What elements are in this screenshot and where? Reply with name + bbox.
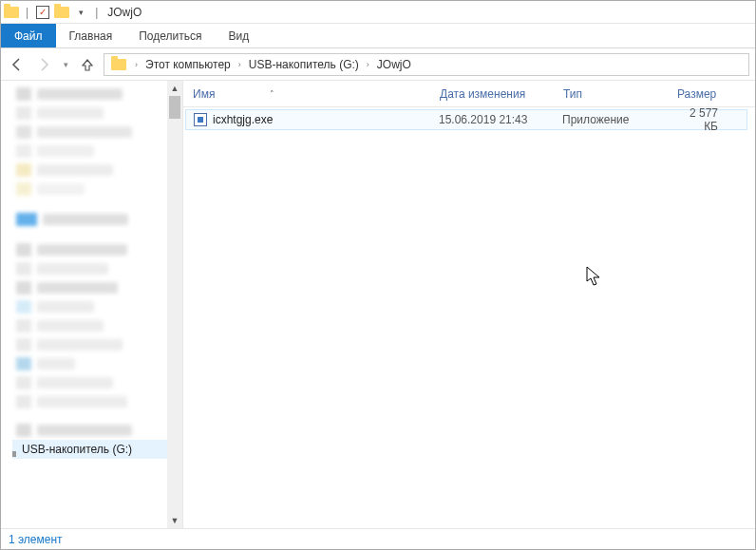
tab-share[interactable]: Поделиться <box>125 24 215 47</box>
file-date: 15.06.2019 21:43 <box>431 113 555 126</box>
address-bar[interactable]: › Этот компьютер › USB-накопитель (G:) ›… <box>104 53 749 76</box>
sidebar-item[interactable] <box>12 259 182 278</box>
sidebar-item[interactable] <box>12 354 182 373</box>
sidebar-item[interactable] <box>12 210 182 229</box>
exe-icon <box>194 113 207 126</box>
main-split: ▲ ▼ <box>1 81 755 528</box>
file-size: 2 577 КБ <box>669 107 747 133</box>
sidebar-item[interactable] <box>12 421 182 440</box>
title-separator-2: | <box>91 6 102 19</box>
folder-icon-2 <box>53 4 70 21</box>
sidebar-item[interactable] <box>12 123 182 142</box>
breadcrumb-folder[interactable]: JOwjO <box>373 58 415 71</box>
dropdown-icon[interactable]: ▾ <box>72 4 89 21</box>
sidebar-item[interactable] <box>12 240 182 259</box>
column-type[interactable]: Тип <box>554 87 668 101</box>
sidebar-item[interactable] <box>12 278 182 297</box>
title-separator: | <box>22 6 32 19</box>
sidebar-item[interactable] <box>12 316 182 335</box>
sidebar-item[interactable] <box>12 142 182 161</box>
chevron-right-icon[interactable]: › <box>131 60 142 69</box>
navigation-pane: ▲ ▼ <box>1 81 183 528</box>
chevron-right-icon[interactable]: › <box>235 60 245 69</box>
sidebar-item[interactable] <box>12 104 182 123</box>
file-name: icxhtgjg.exe <box>213 113 273 126</box>
window-title: JOwjO <box>104 6 142 19</box>
breadcrumb-drive[interactable]: USB-накопитель (G:) <box>245 58 363 71</box>
sidebar-scrollbar[interactable]: ▲ ▼ <box>167 81 182 528</box>
file-type: Приложение <box>555 113 669 126</box>
tab-view[interactable]: Вид <box>215 24 262 47</box>
column-size[interactable]: Размер <box>668 87 755 101</box>
sidebar-item[interactable] <box>12 335 182 354</box>
column-headers: Имя ˄ Дата изменения Тип Размер <box>183 81 755 107</box>
sidebar-item[interactable] <box>12 392 182 411</box>
address-folder-icon <box>110 56 127 73</box>
navigation-bar: ▾ › Этот компьютер › USB-накопитель (G:)… <box>1 48 755 81</box>
file-row[interactable]: icxhtgjg.exe 15.06.2019 21:43 Приложение… <box>185 109 747 130</box>
scroll-up-icon[interactable]: ▲ <box>167 81 182 96</box>
scroll-down-icon[interactable]: ▼ <box>167 513 182 528</box>
column-name[interactable]: Имя ˄ <box>183 87 430 101</box>
scrollbar-thumb[interactable] <box>169 96 180 119</box>
chevron-right-icon[interactable]: › <box>363 60 373 69</box>
tab-file[interactable]: Файл <box>1 24 56 47</box>
sidebar-items: USB-накопитель (G:) ⌄ <box>1 81 182 463</box>
sidebar-item-label: USB-накопитель (G:) <box>22 443 132 456</box>
sidebar-item[interactable] <box>12 180 182 199</box>
sidebar-item[interactable] <box>12 85 182 104</box>
sidebar-item[interactable] <box>12 373 182 392</box>
forward-button[interactable] <box>33 54 54 75</box>
sidebar-item[interactable] <box>12 161 182 180</box>
tab-home[interactable]: Главная <box>56 24 126 47</box>
recent-dropdown-icon[interactable]: ▾ <box>60 54 71 75</box>
up-button[interactable] <box>77 54 98 75</box>
sidebar-item[interactable] <box>12 297 182 316</box>
status-count: 1 элемент <box>9 533 63 546</box>
sidebar-item-usb-drive[interactable]: USB-накопитель (G:) ⌄ <box>12 440 182 459</box>
file-list-pane: Имя ˄ Дата изменения Тип Размер icxhtgjg… <box>183 81 755 528</box>
title-bar: | ✓ ▾ | JOwjO <box>1 1 755 24</box>
breadcrumb-pc[interactable]: Этот компьютер <box>142 58 235 71</box>
file-list[interactable]: icxhtgjg.exe 15.06.2019 21:43 Приложение… <box>183 107 755 528</box>
status-bar: 1 элемент <box>1 528 755 549</box>
ribbon-tabs: Файл Главная Поделиться Вид <box>1 24 755 48</box>
properties-icon[interactable]: ✓ <box>34 4 51 21</box>
back-button[interactable] <box>7 54 28 75</box>
folder-icon <box>3 4 20 21</box>
sort-indicator-icon: ˄ <box>270 89 274 99</box>
column-date[interactable]: Дата изменения <box>430 87 554 101</box>
